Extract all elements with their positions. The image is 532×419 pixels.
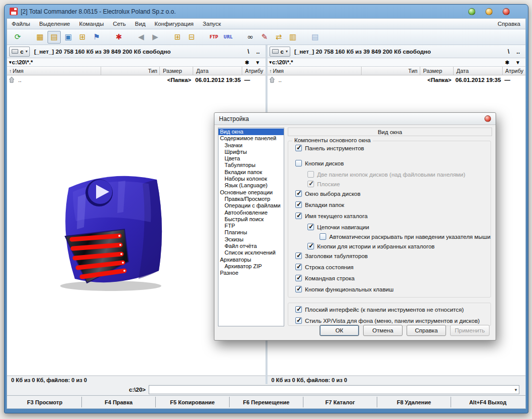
settings-tree-item[interactable]: Табуляторы — [218, 162, 284, 169]
option-checkbox[interactable]: Кнопки для истории и избранных каталогов — [307, 242, 491, 250]
option-checkbox[interactable]: Вкладки папок — [295, 201, 491, 208]
ok-button[interactable]: ОК — [320, 325, 359, 336]
settings-tree-item[interactable]: Операции с файлами — [218, 202, 284, 209]
settings-tree-item[interactable]: Разное — [218, 270, 284, 276]
file-row-updir[interactable]: .. <Папка> 06.01.2012 19:35 — — [7, 75, 265, 84]
filter-button[interactable]: ✱ — [502, 60, 512, 65]
settings-tree-item[interactable]: FTP — [218, 223, 284, 229]
fkey-button[interactable]: F6 Перемещение — [230, 397, 303, 407]
history-dropdown-button[interactable]: ▼ — [252, 60, 263, 65]
fkey-button[interactable]: F5 Копирование — [156, 397, 230, 407]
search-icon[interactable]: ∞ — [244, 31, 257, 44]
option-checkbox[interactable]: Кнопки функциональных клавиш — [295, 285, 491, 293]
option-checkbox[interactable]: Заголовки табуляторов — [295, 252, 491, 260]
new-filter-icon[interactable]: ✱ — [112, 31, 125, 44]
column-header[interactable]: Размер — [420, 67, 454, 75]
menu-item-help[interactable]: Справка — [493, 19, 525, 29]
settings-tree-item[interactable]: Список исключений — [218, 249, 284, 256]
parent-dir-button[interactable]: .. — [513, 48, 523, 55]
left-drive-combo[interactable]: c ▾ — [9, 47, 30, 57]
settings-tree-item[interactable]: Быстрый поиск — [218, 216, 284, 223]
right-path-bar[interactable]: ▾ c:\20\*.* ✱ ▼ — [268, 58, 526, 67]
option-checkbox[interactable]: Стиль XP/Vista для фона (меню, панели ин… — [295, 317, 491, 324]
settings-tree-item[interactable]: Цвета — [218, 155, 284, 162]
settings-tree-item[interactable]: Содержимое панелей — [218, 135, 284, 142]
forward-icon[interactable]: ▶ — [149, 31, 162, 44]
fkey-button[interactable]: F7 Каталог — [303, 397, 377, 407]
settings-tree-item[interactable]: Вид окна — [218, 129, 284, 135]
quick-view-icon[interactable]: ▣ — [62, 31, 75, 44]
settings-tree-item[interactable]: Шрифты — [218, 149, 284, 155]
fkey-button[interactable]: F8 Удаление — [377, 397, 451, 407]
ftp-connect-icon[interactable]: FTP — [207, 31, 220, 44]
command-history-icon[interactable]: ▾ — [515, 388, 517, 392]
column-header[interactable]: ↑Имя — [268, 67, 362, 75]
notes-icon[interactable]: ▤ — [308, 31, 322, 44]
unpack-files-icon[interactable]: ⊟ — [185, 31, 198, 44]
file-row-updir[interactable]: .. <Папка> 06.01.2012 19:35 — — [268, 75, 526, 84]
column-header[interactable]: Атрибу — [503, 67, 526, 75]
close-button[interactable] — [503, 8, 510, 15]
apply-button[interactable]: Применить — [450, 325, 490, 336]
settings-tree-item[interactable]: Эскизы — [218, 236, 284, 243]
settings-tree-item[interactable]: Архиватор ZIP — [218, 263, 284, 270]
fkey-button[interactable]: Alt+F4 Выход — [451, 397, 524, 407]
cancel-button[interactable]: Отмена — [363, 325, 403, 336]
option-checkbox[interactable]: Плоские — [307, 180, 491, 188]
settings-tree-item[interactable]: Плагины — [218, 229, 284, 236]
option-checkbox[interactable]: Командная строка — [295, 274, 491, 282]
filter-button[interactable]: ✱ — [242, 60, 252, 65]
multi-rename-icon[interactable]: ✎ — [258, 31, 271, 44]
root-dir-button[interactable]: \ — [504, 48, 513, 55]
column-header[interactable]: Размер — [160, 67, 193, 75]
root-dir-button[interactable]: \ — [244, 48, 252, 55]
option-checkbox[interactable]: Плоский интерфейс (к панели инструментов… — [295, 306, 491, 313]
menu-item[interactable]: Файлы — [7, 19, 35, 29]
column-header[interactable]: Тип — [362, 67, 420, 75]
settings-tree-item[interactable]: Значки — [218, 142, 284, 149]
history-dropdown-button[interactable]: ▼ — [512, 60, 523, 65]
option-checkbox[interactable]: Имя текущего каталога — [295, 212, 491, 220]
option-checkbox[interactable]: Автоматически раскрывать при наведении у… — [320, 233, 491, 240]
option-checkbox[interactable]: Две панели кнопок дисков (над файловыми … — [307, 171, 491, 178]
settings-tree-item[interactable]: Архиваторы — [218, 257, 284, 263]
menu-item[interactable]: Вид — [130, 19, 150, 29]
branch-view-icon[interactable]: ⚑ — [90, 31, 103, 44]
sync-dirs-icon[interactable]: ⇄ — [272, 31, 285, 44]
menu-item[interactable]: Выделение — [35, 19, 75, 29]
parent-dir-button[interactable]: .. — [253, 48, 263, 55]
option-checkbox[interactable]: Панель инструментов — [295, 144, 491, 152]
back-icon[interactable]: ◀ — [135, 31, 148, 44]
menu-item[interactable]: Сеть — [108, 19, 130, 29]
menu-item[interactable]: Конфигурация — [150, 19, 198, 29]
column-header[interactable]: Атрибу — [242, 67, 265, 75]
left-path-bar[interactable]: ▾ c:\20\*.* ✱ ▼ — [7, 58, 265, 67]
settings-tree-item[interactable]: Автообновление — [218, 210, 284, 216]
option-checkbox[interactable]: Кнопки дисков — [295, 159, 491, 167]
column-header[interactable]: Дата — [454, 67, 503, 75]
settings-tree-item[interactable]: Вкладки папок — [218, 169, 284, 176]
option-checkbox[interactable]: Строка состояния — [295, 263, 491, 271]
option-checkbox[interactable]: Окно выбора дисков — [295, 190, 491, 197]
brief-view-icon[interactable]: ▦ — [33, 31, 47, 44]
ftp-url-icon[interactable]: URL — [221, 31, 235, 44]
help-button[interactable]: Справка — [407, 325, 446, 336]
fkey-button[interactable]: F4 Правка — [82, 397, 156, 407]
compare-doc-icon[interactable]: ▥ — [286, 31, 299, 44]
minimize-button[interactable] — [468, 8, 475, 15]
settings-tree-item[interactable]: Язык (Language) — [218, 182, 284, 189]
refresh-icon[interactable]: ⟳ — [11, 31, 24, 44]
fkey-button[interactable]: F3 Просмотр — [8, 397, 82, 407]
column-header[interactable]: Дата — [193, 67, 242, 75]
menu-item[interactable]: Запуск — [198, 19, 226, 29]
tree-view-icon[interactable]: ⊞ — [76, 31, 89, 44]
maximize-button[interactable] — [485, 8, 493, 15]
option-checkbox[interactable]: Цепочки навигации — [307, 223, 491, 231]
right-drive-combo[interactable]: c ▾ — [270, 47, 290, 57]
column-header[interactable]: ↑Имя — [7, 67, 101, 75]
settings-tree-item[interactable]: Файл отчёта — [218, 243, 284, 249]
settings-tree-item[interactable]: Основные операции — [218, 189, 284, 196]
pack-files-icon[interactable]: ⊞ — [171, 31, 184, 44]
menu-item[interactable]: Команды — [74, 19, 108, 29]
command-input[interactable] — [149, 386, 519, 394]
